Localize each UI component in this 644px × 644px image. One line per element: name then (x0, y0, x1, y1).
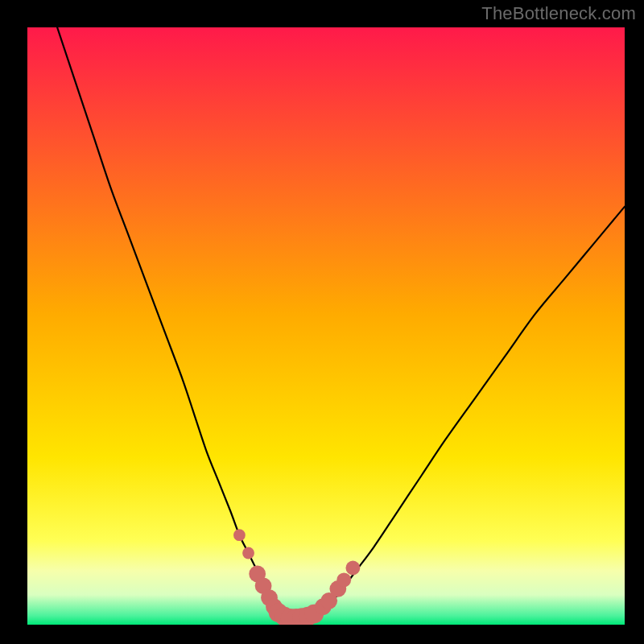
chart-frame: TheBottleneck.com (0, 0, 644, 644)
plot-area (27, 27, 625, 625)
curve-marker (336, 572, 351, 587)
curve-marker (345, 561, 360, 576)
watermark-text: TheBottleneck.com (481, 3, 636, 24)
bottleneck-chart (27, 27, 625, 625)
curve-marker (242, 547, 254, 559)
gradient-background (27, 27, 625, 625)
curve-marker (233, 529, 246, 541)
